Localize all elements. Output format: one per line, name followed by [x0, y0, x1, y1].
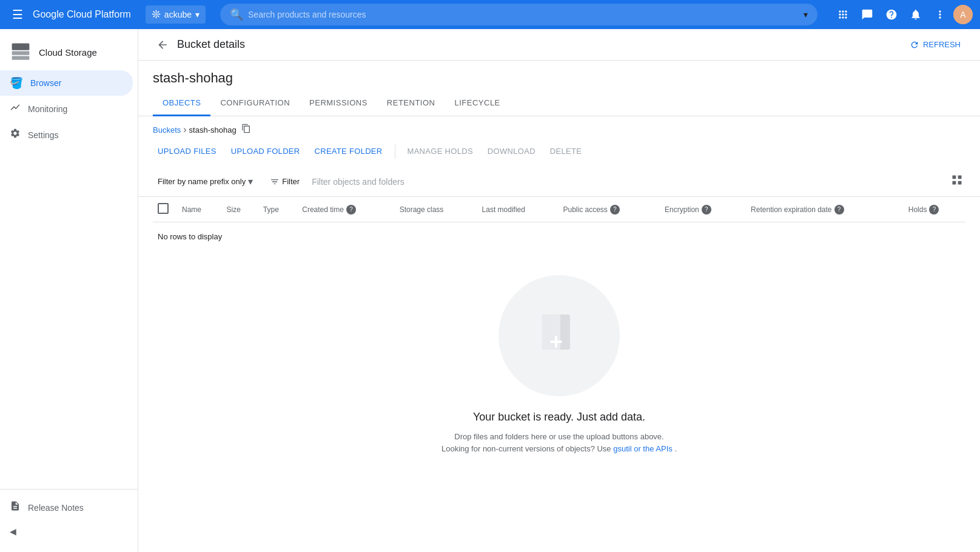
- table-header-row: Name Size Type Created time ?: [153, 197, 965, 222]
- select-all-checkbox[interactable]: [158, 203, 169, 214]
- more-icon[interactable]: [929, 4, 951, 25]
- retention-help-icon[interactable]: ?: [834, 205, 844, 214]
- toolbar-divider: [395, 144, 395, 159]
- sidebar-label-browser: Browser: [30, 78, 61, 88]
- sidebar-header: Cloud Storage: [0, 34, 138, 70]
- th-created: Created time ?: [297, 197, 394, 222]
- tab-permissions[interactable]: PERMISSIONS: [300, 91, 377, 116]
- th-size: Size: [222, 197, 258, 222]
- th-encryption: Encryption ?: [660, 197, 746, 222]
- tab-objects[interactable]: OBJECTS: [153, 91, 210, 116]
- menu-icon[interactable]: ☰: [7, 2, 28, 27]
- help-icon[interactable]: [881, 4, 902, 25]
- apps-icon[interactable]: [832, 4, 854, 25]
- page-title: Bucket details: [177, 38, 245, 51]
- th-last-modified-label: Last modified: [482, 205, 525, 214]
- th-storage-class-label: Storage class: [400, 205, 444, 214]
- empty-state: Your bucket is ready. Just add data. Dro…: [138, 251, 980, 479]
- delete-button[interactable]: DELETE: [545, 143, 586, 159]
- filter-dropdown-label: Filter by name prefix only: [158, 177, 246, 186]
- filter-area: Filter by name prefix only ▾ Filter: [138, 167, 980, 197]
- back-button[interactable]: [153, 35, 172, 55]
- breadcrumb-buckets[interactable]: Buckets: [153, 125, 181, 135]
- th-public-access-label: Public access: [563, 205, 607, 214]
- sidebar-label-settings: Settings: [28, 130, 59, 140]
- notifications-icon[interactable]: [905, 4, 927, 25]
- top-nav-right: A: [832, 4, 973, 25]
- sidebar-label-release-notes: Release Notes: [28, 503, 84, 513]
- search-bar[interactable]: 🔍 ▾: [220, 4, 817, 25]
- tab-bar: OBJECTS CONFIGURATION PERMISSIONS RETENT…: [138, 91, 980, 116]
- tab-configuration[interactable]: CONFIGURATION: [210, 91, 300, 116]
- th-checkbox: [153, 197, 177, 222]
- tab-retention[interactable]: RETENTION: [377, 91, 445, 116]
- no-rows-text: No rows to display: [153, 222, 965, 251]
- th-size-label: Size: [227, 205, 241, 214]
- manage-holds-button[interactable]: MANAGE HOLDS: [403, 143, 478, 159]
- th-type-label: Type: [263, 205, 279, 214]
- download-button[interactable]: DOWNLOAD: [483, 143, 540, 159]
- th-created-label: Created time: [302, 205, 344, 214]
- svg-rect-6: [542, 314, 560, 350]
- th-public-access: Public access ?: [558, 197, 660, 222]
- bucket-section: stash-shohag: [138, 61, 980, 86]
- filter-label: Filter: [282, 177, 300, 186]
- sidebar-item-browser[interactable]: 🪣 Browser: [0, 70, 133, 96]
- filter-dropdown-arrow: ▾: [248, 176, 253, 187]
- svg-text:A: A: [960, 10, 966, 19]
- breadcrumb-separator: ›: [183, 124, 186, 135]
- holds-help-icon[interactable]: ?: [929, 205, 939, 214]
- refresh-button[interactable]: REFRESH: [905, 35, 965, 55]
- encryption-help-icon[interactable]: ?: [702, 205, 711, 214]
- avatar[interactable]: A: [953, 5, 973, 24]
- sidebar-title: Cloud Storage: [39, 47, 97, 58]
- sidebar-item-settings[interactable]: Settings: [0, 122, 133, 148]
- th-storage-class: Storage class: [395, 197, 477, 222]
- brand-name: Google Cloud Platform: [33, 9, 131, 20]
- created-help-icon[interactable]: ?: [346, 205, 356, 214]
- breadcrumb: Buckets › stash-shohag: [138, 116, 980, 141]
- main-layout: Cloud Storage 🪣 Browser Monitoring Setti…: [0, 29, 980, 552]
- public-access-help-icon[interactable]: ?: [610, 205, 620, 214]
- bucket-name: stash-shohag: [153, 70, 965, 86]
- copy-icon[interactable]: [241, 124, 251, 136]
- filter-input[interactable]: [312, 177, 941, 187]
- create-folder-button[interactable]: CREATE FOLDER: [310, 143, 388, 159]
- contact-icon[interactable]: [856, 4, 878, 25]
- th-encryption-label: Encryption: [665, 205, 699, 214]
- th-holds-label: Holds: [908, 205, 927, 214]
- filter-dropdown[interactable]: Filter by name prefix only ▾: [153, 172, 258, 191]
- th-name-label: Name: [182, 205, 201, 214]
- page-header-left: Bucket details: [153, 35, 245, 55]
- toolbar: UPLOAD FILES UPLOAD FOLDER CREATE FOLDER…: [138, 141, 980, 167]
- svg-rect-3: [12, 51, 30, 55]
- th-name: Name: [177, 197, 222, 222]
- th-type: Type: [258, 197, 297, 222]
- upload-folder-button[interactable]: UPLOAD FOLDER: [226, 143, 305, 159]
- page-header: Bucket details REFRESH: [138, 29, 980, 61]
- th-retention: Retention expiration date ?: [746, 197, 904, 222]
- data-table: Name Size Type Created time ?: [153, 197, 965, 251]
- grid-view-button[interactable]: [948, 171, 965, 191]
- breadcrumb-current: stash-shohag: [189, 125, 237, 135]
- sidebar-item-monitoring[interactable]: Monitoring: [0, 96, 133, 122]
- upload-files-button[interactable]: UPLOAD FILES: [153, 143, 221, 159]
- sidebar-bottom: Release Notes ◀: [0, 489, 138, 547]
- filter-button[interactable]: Filter: [265, 173, 304, 190]
- empty-state-circle: [498, 275, 620, 396]
- tab-lifecycle[interactable]: LIFECYCLE: [445, 91, 509, 116]
- sidebar-label-monitoring: Monitoring: [28, 104, 67, 114]
- sidebar-item-release-notes[interactable]: Release Notes: [0, 494, 133, 520]
- search-expand-icon: ▾: [804, 10, 808, 19]
- project-dropdown-icon: ▾: [195, 10, 200, 19]
- collapse-button[interactable]: ◀: [0, 520, 138, 542]
- search-input[interactable]: [248, 10, 799, 19]
- empty-state-title: Your bucket is ready. Just add data.: [473, 411, 645, 424]
- search-icon: 🔍: [230, 8, 243, 21]
- project-selector[interactable]: ❊ ackube ▾: [146, 5, 206, 24]
- th-holds: Holds ?: [904, 197, 965, 222]
- storage-icon: [10, 41, 32, 63]
- gsutil-link[interactable]: gsutil or the APIs: [613, 444, 673, 453]
- th-last-modified: Last modified: [477, 197, 559, 222]
- project-name: ackube: [164, 10, 192, 19]
